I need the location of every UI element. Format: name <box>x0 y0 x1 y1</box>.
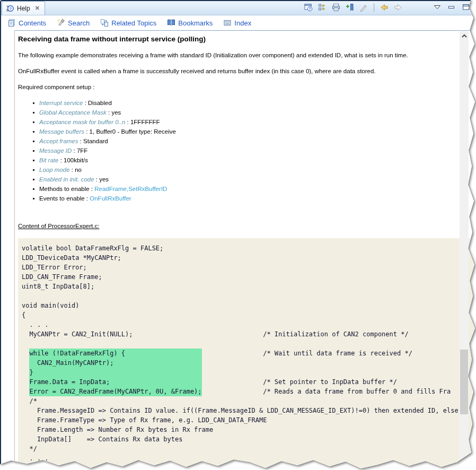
code-line: MyCANPtr = CAN2_Init(NULL); /* Initializ… <box>22 329 475 339</box>
highlighted-code: } <box>29 368 201 377</box>
scroll-up-arrow-icon[interactable] <box>460 31 469 41</box>
code-line: { <box>22 310 475 320</box>
separator: : <box>84 128 90 135</box>
highlight-icon[interactable] <box>359 3 368 12</box>
code-line: Frame.MessageID => Contains ID value. if… <box>22 406 475 415</box>
code-line: volatile bool DataFrameRxFlg = FALSE; <box>22 243 475 253</box>
code-caption: Content of ProcessorExpert.c: <box>18 222 475 230</box>
code-line: while (!DataFrameRxFlg) { /* Wait until … <box>22 349 475 358</box>
separator: : <box>94 176 100 182</box>
window-buttons <box>434 4 470 10</box>
tab-title: Help <box>17 5 30 12</box>
nav-bookmarks[interactable]: Bookmarks <box>166 19 213 28</box>
nav-index[interactable]: Index <box>223 19 251 28</box>
help-content-pane: Receiving data frame without interrupt s… <box>14 30 475 470</box>
property-term: Interrupt service <box>39 100 83 106</box>
svg-text:?: ? <box>308 6 311 11</box>
setup-list-item: Interrupt service : Disabled <box>39 98 475 108</box>
help-nav-bar: Contents Search Related Topics Bookmarks… <box>2 15 475 30</box>
separator: : <box>58 157 64 163</box>
setup-list-item: Message ID : 7FF <box>39 146 475 155</box>
code-line: Frame.FrameType => Type of Rx frame, e.g… <box>22 415 475 425</box>
nav-search[interactable]: Search <box>56 19 90 28</box>
highlighted-code: Frame.Data = InpData; <box>29 377 201 387</box>
nav-contents[interactable]: Contents <box>7 19 46 28</box>
property-value: 7FF <box>77 147 87 154</box>
separator: : <box>83 100 88 106</box>
document: Receiving data frame without interrupt s… <box>15 31 475 470</box>
minimize-icon[interactable] <box>448 4 455 10</box>
code-line: Error = CAN2_ReadFrame(MyCANPtr, 0U, &Fr… <box>22 387 475 396</box>
property-link[interactable]: OnFullRxBuffer <box>90 195 131 202</box>
separator: : <box>125 119 130 125</box>
property-term: Message ID <box>39 147 72 154</box>
view-toolbar: ? <box>304 3 403 12</box>
setup-list-item: Enabled in init. code : yes <box>39 175 475 184</box>
setup-list: Interrupt service : DisabledGlobal Accep… <box>18 98 475 203</box>
toolbar-separator <box>374 3 374 12</box>
separator: : <box>70 167 75 173</box>
forward-icon[interactable] <box>393 3 403 12</box>
index-icon <box>223 19 232 28</box>
property-link[interactable]: ReadFrame,SetRxBufferID <box>94 186 167 192</box>
separator: : <box>85 195 90 202</box>
nav-related-topics[interactable]: Related Topics <box>100 19 156 28</box>
code-line <box>22 291 475 301</box>
code-line: InpData[] => Contains Rx data bytes <box>22 434 475 444</box>
print-icon[interactable] <box>331 3 341 12</box>
code-line: uint8_t InpData[8]; <box>22 282 475 291</box>
setup-list-item: Global Acceptance Mask : yes <box>39 108 475 117</box>
vertical-scrollbar[interactable] <box>460 31 469 470</box>
setup-list-item: Message buffers : 1, Buffer0 - Buffer ty… <box>39 127 475 136</box>
link-with-contents-icon[interactable] <box>318 3 327 12</box>
code-line: LDD_CAN_TFrame Frame; <box>22 272 475 282</box>
highlighted-code: while (!DataFrameRxFlg) { <box>29 349 201 358</box>
screenshot: ? Help ✕ ? <box>0 0 476 470</box>
code-line: LDD_TError Error; <box>22 263 475 272</box>
property-value: 100kbit/s <box>64 157 88 163</box>
bookmarks-icon <box>166 19 175 28</box>
add-bookmark-icon[interactable] <box>345 3 355 12</box>
nav-label: Bookmarks <box>178 19 213 27</box>
svg-text:?: ? <box>10 6 12 11</box>
property-term: Loop mode <box>39 167 70 173</box>
setup-list-item: Accept frames : Standard <box>39 136 475 146</box>
property-term: Acceptance mask for buffer 0..n <box>39 119 125 125</box>
setup-list-item: Acceptance mask for buffer 0..n : 1FFFFF… <box>39 117 475 127</box>
setup-heading: Required component setup : <box>18 83 475 91</box>
property-term: Global Acceptance Mask <box>39 109 107 116</box>
property-term: Bit rate <box>39 157 58 163</box>
property-value: 1, Buffer0 - Buffer type: Receive <box>90 128 176 135</box>
property-term: Accept frames <box>39 138 78 144</box>
code-line: CAN2_Main(MyCANPtr); <box>22 358 475 368</box>
back-icon[interactable] <box>380 3 389 12</box>
contents-icon <box>7 19 16 28</box>
property-value: Standard <box>83 138 108 144</box>
separator: : <box>78 138 84 144</box>
setup-list-item: Events to enable : OnFullRxBuffer <box>39 194 475 203</box>
property-label: Methods to enable <box>39 186 90 192</box>
separator: : <box>107 109 112 116</box>
close-icon[interactable]: ✕ <box>35 5 40 12</box>
page-title: Receiving data frame without interrupt s… <box>18 35 475 43</box>
nav-label: Index <box>234 19 251 27</box>
tab-help[interactable]: ? Help ✕ <box>2 1 45 15</box>
show-help-contents-icon[interactable]: ? <box>304 3 313 12</box>
help-window: ? Help ✕ ? <box>0 0 476 470</box>
code-line <box>22 339 475 349</box>
tab-bar: ? Help ✕ ? <box>1 1 475 15</box>
scrollbar-thumb[interactable] <box>460 350 468 414</box>
highlighted-code: CAN2_Main(MyCANPtr); <box>29 358 201 368</box>
view-menu-icon[interactable] <box>434 4 441 10</box>
code-line: . . . <box>22 320 475 329</box>
separator: : <box>90 186 95 192</box>
code-line: } <box>22 368 475 377</box>
intro-paragraph-1: The following example demonstrates recei… <box>18 51 475 59</box>
property-term: Enabled in init. code <box>39 176 94 182</box>
maximize-icon[interactable] <box>462 4 470 10</box>
nav-label: Related Topics <box>111 19 156 27</box>
intro-paragraph-2: OnFullRxBuffer event is called when a fr… <box>18 67 475 75</box>
property-value: no <box>75 167 82 173</box>
code-line: */ <box>22 444 475 454</box>
nav-label: Search <box>68 19 90 27</box>
